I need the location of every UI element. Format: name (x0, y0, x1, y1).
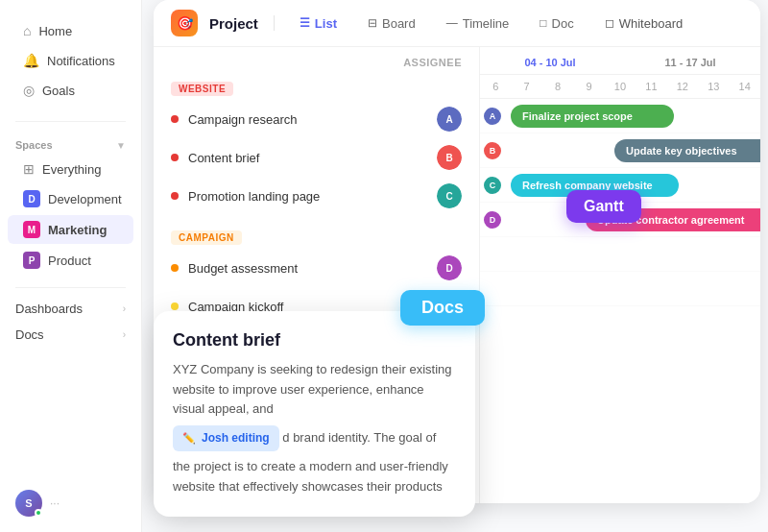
task-list-header: ASSIGNEE (154, 47, 479, 74)
task-dot-orange (171, 264, 179, 272)
docs-card-title: Content brief (173, 330, 456, 351)
user-profile[interactable]: S ··· (0, 490, 142, 517)
task-assignee: B (437, 145, 462, 170)
docs-card: Docs Content brief XYZ Company is seekin… (154, 311, 475, 517)
project-title: Project (209, 15, 258, 32)
task-assignee: C (437, 183, 462, 208)
task-dot-red (171, 115, 179, 123)
today-marker: 8 (542, 81, 573, 92)
product-label: Product (48, 254, 91, 268)
task-item[interactable]: Budget assessment D (154, 249, 479, 287)
gantt-row (480, 272, 760, 306)
gantt-avatar: A (482, 106, 503, 127)
gantt-avatar: B (482, 140, 503, 161)
task-assignee: A (437, 107, 462, 132)
gantt-week-current: 04 - 10 Jul (480, 57, 620, 68)
spaces-label: Spaces (15, 139, 53, 151)
gantt-bar-objectives[interactable]: Update key objectives (614, 139, 760, 162)
website-label: WEBSITE (171, 82, 233, 96)
sidebar-item-dashboards[interactable]: Dashboards › (0, 296, 141, 322)
tab-board[interactable]: ⊟ Board (358, 12, 425, 36)
task-dot-yellow (171, 302, 179, 310)
gantt-row: B Update key objectives (480, 133, 760, 168)
task-name: Budget assessment (188, 261, 298, 276)
chevron-right-icon: › (123, 303, 126, 314)
gantt-day: 11 (636, 79, 666, 94)
tab-whiteboard[interactable]: ◻ Whiteboard (595, 12, 692, 36)
gantt-avatar: D (482, 209, 503, 230)
gantt-day: 14 (730, 79, 760, 94)
doc-icon: □ (540, 16, 546, 30)
status-dot (35, 509, 42, 517)
divider (15, 121, 126, 122)
project-header: 🎯 Project ☰ List ⊟ Board — Timeline □ Do… (154, 0, 760, 47)
chevron-icon: ▼ (116, 140, 126, 151)
sidebar-item-product[interactable]: P Product (8, 246, 133, 275)
gantt-day: 9 (573, 79, 604, 94)
sidebar-item-notifications[interactable]: 🔔 Notifications (8, 46, 133, 75)
grid-icon: ⊞ (23, 161, 35, 177)
everything-label: Everything (42, 162, 101, 177)
divider2 (15, 287, 126, 288)
task-dot-red (171, 192, 179, 200)
gantt-week-next: 11 - 17 Jul (620, 57, 760, 68)
editing-user-label: Josh editing (202, 429, 270, 447)
gantt-bar-label: Finalize project scope (522, 110, 633, 122)
sidebar-item-development[interactable]: D Development (8, 184, 133, 213)
timeline-icon: — (446, 16, 458, 30)
gantt-bar-finalize[interactable]: Finalize project scope (511, 105, 674, 128)
user-status-label: ··· (50, 496, 60, 510)
task-name: Content brief (188, 151, 259, 165)
list-icon: ☰ (300, 16, 310, 30)
task-item[interactable]: Campaign research A (154, 100, 479, 138)
avatar-circle: D (437, 255, 462, 280)
assignee-col-label: ASSIGNEE (403, 57, 462, 68)
gantt-avatar: C (482, 175, 503, 196)
spaces-section-title: Spaces ▼ (0, 130, 141, 155)
gantt-rows: A Finalize project scope B Update key ob… (480, 99, 760, 320)
docs-label: Docs (15, 327, 44, 342)
board-icon: ⊟ (368, 16, 377, 30)
bell-icon: 🔔 (23, 53, 39, 68)
sidebar-item-docs[interactable]: Docs › (0, 322, 141, 348)
tab-timeline-label: Timeline (463, 16, 510, 31)
task-item[interactable]: Content brief B (154, 138, 479, 177)
docs-label-bubble: Docs (400, 290, 485, 326)
marketing-label: Marketing (48, 223, 107, 237)
gantt-panel: 04 - 10 Jul 11 - 17 Jul 6 7 8 9 10 11 12… (480, 47, 760, 503)
gantt-bar-label: Refresh company website (522, 180, 653, 191)
docs-text-before: XYZ Company is seeking to redesign their… (173, 362, 451, 417)
tab-whiteboard-label: Whiteboard (619, 16, 683, 31)
gantt-days: 6 7 8 9 10 11 12 13 14 (480, 75, 760, 99)
gantt-day: 7 (511, 79, 541, 94)
website-section-label: WEBSITE (154, 74, 479, 100)
mkt-space-icon: M (23, 221, 40, 238)
sidebar-item-marketing[interactable]: M Marketing (8, 215, 133, 244)
main-content: 🎯 Project ☰ List ⊟ Board — Timeline □ Do… (142, 0, 768, 532)
goals-icon: ◎ (23, 83, 35, 98)
header-divider (274, 15, 275, 31)
gantt-day: 10 (605, 79, 636, 94)
project-icon: 🎯 (171, 10, 198, 36)
gantt-week-header: 04 - 10 Jul 11 - 17 Jul (480, 47, 760, 75)
tab-timeline[interactable]: — Timeline (437, 12, 519, 36)
tab-doc-label: Doc (552, 16, 574, 31)
tab-list[interactable]: ☰ List (290, 12, 347, 36)
avatar-circle: A (437, 107, 462, 132)
home-label: Home (38, 24, 72, 38)
sidebar-item-home[interactable]: ⌂ Home (8, 16, 133, 45)
task-assignee: D (437, 255, 462, 280)
goals-label: Goals (42, 84, 75, 98)
development-label: Development (48, 192, 122, 206)
sidebar-item-everything[interactable]: ⊞ Everything (8, 156, 133, 182)
home-icon: ⌂ (23, 23, 31, 38)
task-dot-red (171, 154, 179, 161)
campaign-section-label: CAMPAIGN (154, 223, 479, 249)
task-name: Promotion landing page (188, 189, 320, 204)
task-name: Campaign research (188, 112, 297, 127)
task-item[interactable]: Promotion landing page C (154, 177, 479, 215)
sidebar-item-goals[interactable]: ◎ Goals (8, 76, 133, 105)
tab-doc[interactable]: □ Doc (530, 12, 583, 36)
gantt-day: 8 (542, 79, 573, 94)
chevron-right-icon2: › (123, 329, 126, 340)
